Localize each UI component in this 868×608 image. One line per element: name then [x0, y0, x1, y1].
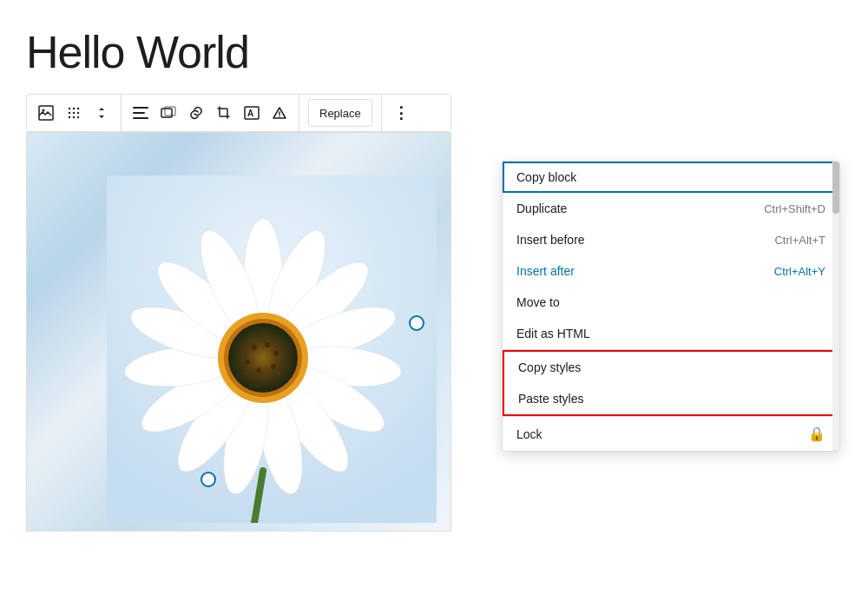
svg-point-48 [277, 372, 281, 376]
context-menu: Copy block Duplicate Ctrl+Shift+D Insert… [502, 161, 840, 452]
svg-point-41 [271, 364, 276, 369]
svg-point-47 [280, 356, 285, 360]
warning-btn[interactable] [266, 99, 293, 127]
scrollbar-track[interactable] [832, 162, 839, 451]
svg-point-18 [279, 116, 280, 117]
svg-rect-12 [133, 112, 145, 114]
menu-item-paste-styles[interactable]: Paste styles [504, 383, 838, 414]
menu-item-move-to[interactable]: Move to [503, 287, 839, 318]
svg-point-3 [73, 108, 75, 109]
replace-button[interactable]: Replace [308, 99, 372, 127]
svg-point-39 [265, 342, 270, 347]
toolbar-group-replace: Replace [299, 95, 382, 131]
menu-styles-section: Copy styles Paste styles [503, 350, 839, 416]
toolbar-group-block-type [27, 95, 122, 131]
svg-point-9 [73, 116, 75, 118]
menu-item-copy-styles[interactable]: Copy styles [504, 352, 838, 383]
svg-rect-11 [133, 107, 148, 109]
svg-point-51 [242, 356, 247, 360]
menu-item-duplicate[interactable]: Duplicate Ctrl+Shift+D [503, 193, 839, 224]
menu-item-insert-before[interactable]: Insert before Ctrl+Alt+T [503, 224, 839, 255]
menu-item-copy-block[interactable]: Copy block [503, 162, 839, 193]
more-options-button[interactable]: ⋮ [387, 99, 415, 127]
link-btn[interactable] [182, 99, 210, 127]
flower-image [27, 133, 450, 531]
svg-point-50 [246, 372, 250, 376]
text-overlay-btn[interactable]: A [238, 99, 266, 127]
svg-point-8 [69, 116, 70, 118]
block-toolbar: A Replace ⋮ [26, 94, 451, 132]
toolbar-group-tools: A [122, 95, 299, 131]
svg-point-4 [77, 108, 79, 109]
svg-point-49 [261, 375, 266, 380]
flower-svg [107, 175, 437, 523]
menu-item-edit-as-html[interactable]: Edit as HTML [503, 318, 839, 349]
svg-point-40 [273, 351, 279, 356]
svg-rect-13 [133, 117, 148, 119]
resize-handle-right-mid[interactable] [409, 315, 424, 331]
align-btn[interactable] [127, 99, 155, 127]
svg-point-2 [69, 108, 70, 109]
svg-point-6 [73, 112, 75, 114]
lock-icon: 🔒 [808, 426, 825, 442]
svg-point-38 [252, 345, 257, 350]
image-block-icon-btn[interactable] [32, 99, 60, 127]
svg-point-44 [248, 339, 253, 343]
resize-handle-bottom-left[interactable] [201, 472, 216, 487]
overlay-btn[interactable] [155, 99, 182, 127]
move-arrows-btn[interactable] [88, 99, 115, 127]
svg-point-45 [261, 339, 266, 343]
image-block [26, 132, 451, 532]
toolbar-group-more: ⋮ [382, 95, 420, 131]
svg-point-7 [77, 112, 79, 114]
menu-item-lock[interactable]: Lock 🔒 [503, 417, 839, 451]
svg-point-37 [228, 323, 298, 393]
grid-icon-btn[interactable] [60, 99, 88, 127]
svg-point-10 [77, 116, 79, 118]
svg-text:A: A [247, 109, 253, 118]
crop-btn[interactable] [210, 99, 238, 127]
scrollbar-thumb[interactable] [832, 162, 839, 214]
svg-point-5 [69, 112, 70, 114]
menu-item-insert-after[interactable]: Insert after Ctrl+Alt+Y [503, 255, 839, 287]
svg-point-42 [256, 367, 261, 373]
svg-point-46 [277, 343, 281, 347]
page-title: Hello World [26, 26, 842, 78]
svg-point-43 [245, 360, 250, 365]
